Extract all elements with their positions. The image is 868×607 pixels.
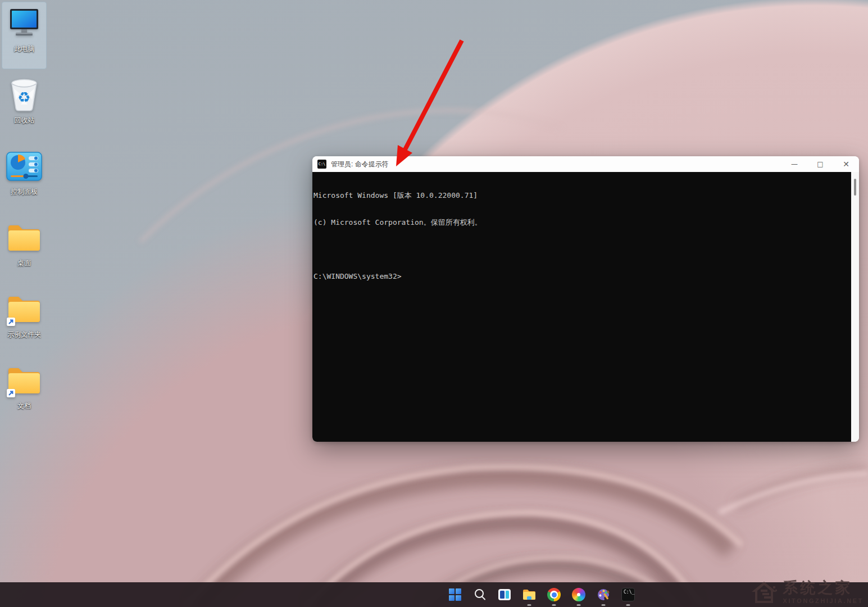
- photos-pinwheel-icon: [572, 588, 586, 602]
- desktop-icon-sample-folder[interactable]: 示例文件夹: [2, 288, 46, 354]
- scrollbar-thumb[interactable]: [854, 179, 856, 196]
- svg-text:♻: ♻: [17, 89, 30, 106]
- start-button[interactable]: [443, 582, 467, 607]
- recycle-bin-icon: ♻: [6, 77, 42, 113]
- close-button[interactable]: ✕: [833, 156, 859, 172]
- paint-icon: [597, 588, 611, 602]
- folder-icon: [6, 220, 42, 256]
- task-view-button[interactable]: [492, 582, 517, 607]
- folder-shortcut-icon: [6, 363, 42, 398]
- chrome-button[interactable]: [542, 582, 566, 607]
- cmd-app-icon: C:\: [317, 160, 326, 169]
- desktop-icon-label: 控制面板: [11, 188, 38, 196]
- console-line: Microsoft Windows [版本 10.0.22000.71]: [313, 191, 851, 200]
- console-scrollbar[interactable]: [851, 172, 859, 442]
- taskbar-icon-row: C:\_: [443, 582, 640, 607]
- window-title: 管理员: 命令提示符: [331, 160, 389, 169]
- desktop-icon-label: 此电脑: [14, 45, 34, 53]
- shortcut-arrow-icon: [7, 389, 15, 397]
- console-line: (c) Microsoft Corporation。保留所有权利。: [313, 218, 851, 227]
- command-prompt-icon: C:\_: [621, 588, 635, 602]
- desktop-icon-column: 此电脑 ♻ 回收站: [2, 2, 46, 431]
- shortcut-arrow-icon: [7, 318, 15, 326]
- running-indicator: [528, 604, 531, 606]
- console-line: [313, 245, 851, 254]
- control-panel-icon: [6, 148, 42, 184]
- chrome-icon: [547, 588, 561, 602]
- desktop-icon-label: 文档: [17, 402, 31, 410]
- task-view-icon: [498, 588, 512, 602]
- desktop-icon-this-pc[interactable]: 此电脑: [2, 2, 46, 69]
- desktop-icon-control-panel[interactable]: 控制面板: [2, 145, 46, 211]
- running-indicator: [626, 604, 630, 606]
- command-prompt-window: C:\ 管理员: 命令提示符 — □ ✕ Microsoft Windows […: [312, 156, 859, 442]
- desktop-icon-label: 回收站: [14, 116, 34, 124]
- running-indicator: [602, 604, 606, 606]
- command-prompt-taskbar-button[interactable]: C:\_: [616, 582, 640, 607]
- minimize-button[interactable]: —: [781, 156, 807, 172]
- photos-button[interactable]: [566, 582, 591, 607]
- file-explorer-icon: [522, 588, 537, 602]
- windows-start-icon: [448, 588, 462, 602]
- console-output[interactable]: Microsoft Windows [版本 10.0.22000.71] (c)…: [312, 172, 851, 442]
- window-titlebar[interactable]: C:\ 管理员: 命令提示符 — □ ✕: [312, 156, 859, 172]
- running-indicator: [577, 604, 581, 606]
- desktop-icon-label: 示例文件夹: [7, 330, 41, 338]
- desktop-icon-desktop-folder[interactable]: 桌面: [2, 216, 46, 283]
- desktop-icon-recycle-bin[interactable]: ♻ 回收站: [2, 74, 46, 140]
- search-button[interactable]: [467, 582, 492, 607]
- desktop-icon-documents-folder[interactable]: 文档: [2, 359, 46, 425]
- this-pc-icon: [6, 6, 42, 42]
- folder-shortcut-icon: [6, 291, 42, 327]
- running-indicator: [552, 604, 556, 606]
- file-explorer-button[interactable]: [517, 582, 542, 607]
- search-icon: [473, 588, 487, 602]
- maximize-button[interactable]: □: [807, 156, 833, 172]
- desktop-icon-label: 桌面: [17, 259, 31, 267]
- taskbar: C:\_: [0, 582, 868, 607]
- console-prompt: C:\WINDOWS\system32>: [313, 272, 851, 281]
- paint-button[interactable]: [591, 582, 616, 607]
